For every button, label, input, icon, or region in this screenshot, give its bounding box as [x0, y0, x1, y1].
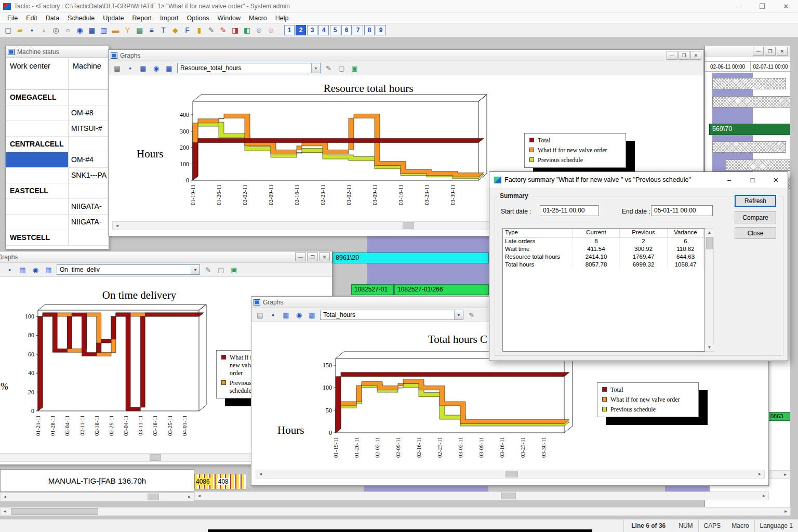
machine-table-row[interactable]: CENTRALCELL — [6, 137, 109, 152]
summary-table-row[interactable]: Late orders826 — [503, 237, 704, 245]
summary-table-row[interactable]: Wait time411.54300.92110.62 — [503, 245, 704, 253]
scroll-thumb[interactable] — [706, 237, 713, 249]
left-pane-hscroll[interactable]: ◄ ► — [0, 493, 194, 501]
clock-icon[interactable]: ◉ — [31, 265, 41, 274]
summary-table-row[interactable]: Total hours8057.786999.321058.47 — [503, 261, 704, 269]
gantt-hatched-bar[interactable] — [726, 159, 790, 171]
machine-cell[interactable]: SNK1---PA — [69, 168, 109, 183]
image-export-icon[interactable]: ▣ — [350, 63, 360, 73]
graph-select-dropdown[interactable]: Resource_total_hours ▼ — [177, 63, 321, 73]
window-minimize-button[interactable]: — — [667, 51, 677, 60]
save-icon[interactable]: ▪ — [5, 265, 15, 274]
machine-cell[interactable]: MITSUI-# — [69, 121, 109, 136]
menu-window[interactable]: Window — [214, 15, 245, 22]
gantt-hatched-bar[interactable] — [712, 96, 790, 108]
open-folder-icon[interactable]: ▰ — [15, 25, 25, 36]
menu-update[interactable]: Update — [99, 15, 128, 22]
compare-button[interactable]: Compare — [735, 211, 776, 223]
new-page-icon[interactable]: ▢ — [216, 265, 226, 274]
users-icon[interactable]: ☺ — [254, 25, 264, 36]
view-button-2[interactable]: 2 — [296, 25, 306, 35]
grid-icon[interactable]: ▦ — [44, 265, 54, 274]
gantt-close-button[interactable]: ✕ — [777, 47, 788, 56]
menu-file[interactable]: File — [3, 15, 22, 22]
work-center-cell[interactable]: EASTCELL — [6, 183, 69, 198]
scroll-right-arrow-icon[interactable]: ► — [755, 470, 764, 478]
delivery-icon[interactable]: ▬ — [110, 25, 121, 36]
work-center-cell[interactable] — [6, 199, 69, 214]
scroll-left-arrow-icon[interactable]: ◄ — [256, 470, 265, 478]
filter-icon[interactable]: Y — [122, 25, 133, 36]
view-button-7[interactable]: 7 — [353, 25, 363, 35]
start-date-field[interactable]: 01-25-11 00:00 — [540, 205, 599, 216]
print-icon[interactable]: ▤ — [112, 63, 122, 73]
view-button-5[interactable]: 5 — [330, 25, 340, 35]
clock-icon[interactable]: ◉ — [294, 310, 304, 320]
scroll-down-arrow-icon[interactable]: ▼ — [705, 343, 714, 351]
menu-edit[interactable]: Edit — [22, 15, 42, 22]
new-page-icon[interactable]: ▢ — [3, 25, 14, 36]
machine-table-row[interactable]: WESTCELL — [6, 230, 109, 246]
machine-table-row[interactable]: NIIGATA- — [6, 215, 109, 230]
menu-options[interactable]: Options — [183, 15, 214, 22]
work-center-cell[interactable] — [6, 121, 69, 136]
machine-cell[interactable] — [69, 183, 109, 198]
calendar-grid-icon[interactable]: ▦ — [86, 25, 97, 36]
app-maximize-button[interactable]: ❐ — [750, 0, 774, 13]
summary-column-header[interactable]: Current — [573, 229, 620, 237]
bars-icon[interactable]: ▮ — [194, 25, 205, 36]
scroll-left-arrow-icon[interactable]: ◄ — [1, 508, 9, 515]
chart-link2-icon[interactable]: ◧ — [242, 25, 252, 36]
function-icon[interactable]: F — [182, 25, 193, 36]
close-button[interactable]: Close — [735, 227, 776, 239]
scroll-left-arrow-icon[interactable]: ◄ — [1, 493, 9, 501]
window-restore-button[interactable]: ❐ — [307, 252, 318, 261]
clock-icon[interactable]: ◉ — [151, 63, 161, 73]
view-button-3[interactable]: 3 — [307, 25, 317, 35]
window-minimize-button[interactable]: — — [295, 252, 306, 261]
edit-icon[interactable]: ✎ — [218, 25, 229, 36]
scroll-thumb[interactable] — [150, 454, 161, 461]
scroll-left-arrow-icon[interactable]: ◄ — [113, 222, 122, 230]
column-header-work-center[interactable]: Work center — [6, 58, 69, 89]
machine-table-row[interactable]: MITSUI-# — [6, 121, 109, 137]
dialog-close-button[interactable]: ✕ — [764, 172, 788, 188]
view-button-1[interactable]: 1 — [284, 25, 295, 35]
scroll-right-arrow-icon[interactable]: ► — [760, 492, 768, 500]
save-icon[interactable]: ▪ — [125, 63, 135, 73]
gantt-hatched-bar[interactable] — [712, 78, 786, 89]
window-close-button[interactable]: ✕ — [319, 252, 330, 261]
table-view-icon[interactable]: ▦ — [138, 63, 148, 73]
scroll-thumb[interactable] — [148, 494, 159, 500]
gantt-bar-1082527-266[interactable]: 1082527-01\266 — [394, 284, 489, 295]
menu-data[interactable]: Data — [42, 15, 63, 22]
work-center-cell[interactable] — [6, 152, 69, 167]
machine-table-row[interactable]: OM-#8 — [6, 105, 109, 121]
machine-cell[interactable] — [69, 90, 109, 105]
refresh-button[interactable]: Refresh — [735, 195, 776, 207]
gantt-restore-button[interactable]: ❐ — [765, 47, 776, 56]
view-button-8[interactable]: 8 — [364, 25, 375, 35]
summary-table-row[interactable]: Resource total hours2414.101769.47644.63 — [503, 253, 704, 261]
chevron-down-icon[interactable]: ▼ — [191, 265, 200, 274]
summary-column-header[interactable]: Variance — [668, 229, 704, 237]
sort-icon[interactable]: ≡ — [146, 25, 157, 36]
menu-report[interactable]: Report — [128, 15, 156, 22]
edit-graph-icon[interactable]: ✎ — [324, 63, 334, 73]
machine-cell[interactable]: NIIGATA- — [69, 199, 109, 214]
gantt-bar-4086-group[interactable]: 4086 408 — [194, 474, 246, 489]
view-button-4[interactable]: 4 — [318, 25, 329, 35]
gantt-bar-1082527[interactable]: 1082527-01 — [351, 284, 394, 295]
machine-cell[interactable]: OM-#8 — [69, 105, 109, 121]
scroll-right-arrow-icon[interactable]: ► — [781, 508, 790, 515]
summary-column-header[interactable]: Previous — [620, 229, 668, 237]
clock-icon[interactable]: ◉ — [74, 25, 85, 36]
scroll-right-arrow-icon[interactable]: ► — [781, 471, 790, 478]
grid-icon[interactable]: ▦ — [307, 310, 317, 320]
app-close-button[interactable]: ✕ — [774, 0, 798, 13]
save-icon[interactable]: ▪ — [26, 25, 37, 36]
gantt-bar-0863[interactable]: 0863 — [768, 412, 790, 421]
menu-import[interactable]: Import — [156, 15, 182, 22]
work-center-cell[interactable]: OMEGACELL — [6, 90, 69, 105]
menu-macro[interactable]: Macro — [245, 15, 271, 22]
